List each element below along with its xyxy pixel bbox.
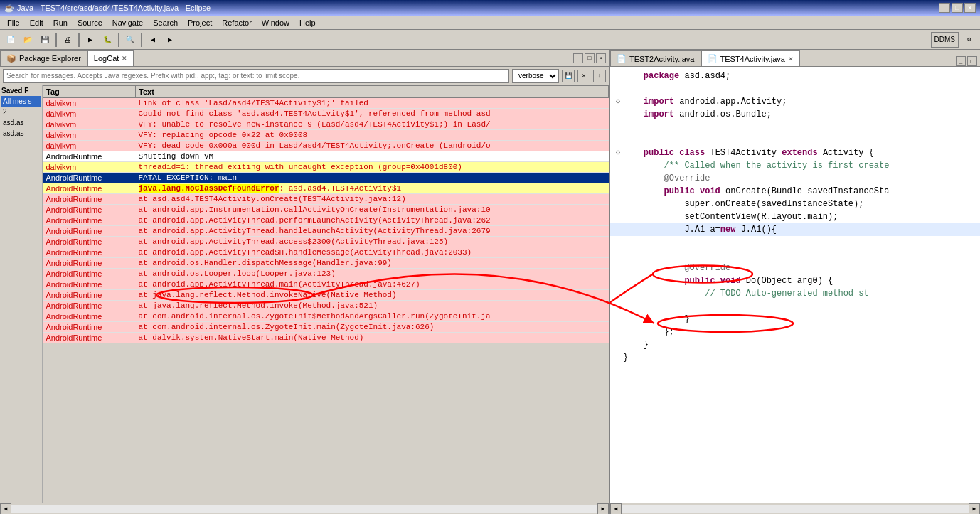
table-row[interactable]: AndroidRuntimejava.lang.NoClassDefFoundE…	[43, 183, 609, 194]
log-text: at android.app.ActivityThread.handleLaun…	[136, 226, 609, 237]
test4-tab-close-icon[interactable]: ✕	[788, 55, 794, 63]
log-tag: AndroidRuntime	[43, 194, 136, 205]
table-row[interactable]: AndroidRuntimeat android.os.Handler.disp…	[43, 258, 609, 269]
editor-scroll-left-btn[interactable]: ◀	[610, 503, 622, 515]
line-marker-12	[613, 210, 623, 223]
filter-asd1[interactable]: asd.as	[1, 117, 41, 128]
logcat-save-btn[interactable]: 💾	[562, 70, 575, 82]
line-marker-6	[613, 134, 623, 146]
table-row[interactable]: AndroidRuntimeat java.lang.reflect.Metho…	[43, 301, 609, 311]
table-row[interactable]: AndroidRuntimeat android.app.Instrumenta…	[43, 205, 609, 215]
code-editor[interactable]: package asd.asd4; ◇ import android.app.A…	[610, 67, 980, 503]
table-row[interactable]: AndroidRuntimeat dalvik.system.NativeSta…	[43, 333, 609, 343]
logcat-scroll-btn[interactable]: ↓	[593, 70, 606, 82]
logcat-verbose-select[interactable]: verbose debug info warn error	[512, 69, 559, 83]
toolbar-debug[interactable]: 🐛	[100, 32, 115, 48]
table-row[interactable]: AndroidRuntimeat android.app.ActivityThr…	[43, 226, 609, 237]
log-text: at android.app.ActivityThread.main(Activ…	[136, 279, 609, 290]
toolbar-save[interactable]: 💾	[37, 32, 53, 48]
table-row[interactable]: dalvikvmthreadid=1: thread exiting with …	[43, 162, 609, 173]
editor-scroll-track[interactable]	[622, 505, 969, 513]
table-row[interactable]: AndroidRuntimeat android.app.ActivityThr…	[43, 247, 609, 258]
log-tag: AndroidRuntime	[43, 215, 136, 226]
log-text: Could not find class 'asd.asd4.TEST4Acti…	[136, 109, 609, 119]
log-tag: AndroidRuntime	[43, 290, 136, 301]
toolbar-ddms[interactable]: DDMS	[931, 32, 959, 48]
log-text: at android.app.ActivityThread.access$230…	[136, 237, 609, 247]
h-scroll-left-btn[interactable]: ◀	[0, 503, 11, 515]
tab-package-explorer[interactable]: 📦 Package Explorer	[0, 50, 87, 66]
toolbar-forward[interactable]: ▶	[162, 32, 178, 48]
table-row[interactable]: AndroidRuntimeat android.os.Looper.loop(…	[43, 269, 609, 279]
h-scroll-right-btn[interactable]: ▶	[597, 503, 609, 515]
left-close-btn[interactable]: ✕	[596, 53, 606, 63]
code-line-4: import android.os.Bundle;	[610, 108, 980, 121]
table-row[interactable]: AndroidRuntimeat asd.asd4.TEST4Activity.…	[43, 194, 609, 205]
filter-2[interactable]: 2	[1, 107, 41, 117]
toolbar-new[interactable]: 📄	[3, 32, 18, 48]
close-button[interactable]: ✕	[964, 3, 976, 13]
line-marker-15	[613, 249, 623, 262]
tab-test4-activity[interactable]: 📄 TEST4Activity.java ✕	[701, 50, 801, 66]
menu-navigate[interactable]: Navigate	[108, 17, 147, 28]
filter-all-messages[interactable]: All mes s	[1, 96, 41, 107]
logcat-search-input[interactable]	[3, 69, 509, 83]
line-marker-23	[613, 351, 623, 364]
title-controls[interactable]: _ □ ✕	[939, 3, 976, 13]
table-row[interactable]: dalvikvmVFY: dead code 0x000a-000d in La…	[43, 141, 609, 151]
table-row[interactable]: dalvikvmCould not find class 'asd.asd4.T…	[43, 109, 609, 119]
toolbar-run[interactable]: ▶	[82, 32, 98, 48]
table-row[interactable]: dalvikvmVFY: unable to resolve new-insta…	[43, 119, 609, 130]
toolbar-print[interactable]: 🖨	[60, 32, 75, 48]
left-minimize-btn[interactable]: _	[573, 53, 583, 63]
menu-run[interactable]: Run	[49, 17, 72, 28]
menu-source[interactable]: Source	[73, 17, 107, 28]
right-maximize-btn[interactable]: □	[967, 56, 977, 66]
table-row[interactable]: AndroidRuntimeShutting down VM	[43, 151, 609, 162]
menu-edit[interactable]: Edit	[26, 17, 48, 28]
table-row[interactable]: AndroidRuntimeat com.android.internal.os…	[43, 311, 609, 322]
java-file-icon-2: 📄	[708, 54, 718, 63]
tab-test2-activity[interactable]: 📄 TEST2Activity.java	[610, 50, 701, 66]
code-line-11: super.onCreate(savedInstanceState);	[610, 198, 980, 210]
log-tag: AndroidRuntime	[43, 279, 136, 290]
table-row[interactable]: dalvikvmLink of class 'Lasd/asd4/TEST4Ac…	[43, 98, 609, 109]
menu-refactor[interactable]: Refactor	[218, 17, 256, 28]
left-maximize-btn[interactable]: □	[585, 53, 595, 63]
menu-help[interactable]: Help	[295, 17, 320, 28]
log-text: FATAL EXCEPTION: main	[136, 173, 609, 183]
toolbar-back[interactable]: ◀	[145, 32, 161, 48]
toolbar-open[interactable]: 📂	[20, 32, 36, 48]
log-text: at com.android.internal.os.ZygoteInit.ma…	[136, 322, 609, 333]
line-marker-21	[613, 326, 623, 338]
maximize-button[interactable]: □	[952, 3, 963, 13]
menu-window[interactable]: Window	[257, 17, 294, 28]
minimize-button[interactable]: _	[939, 3, 950, 13]
logcat-close-icon[interactable]: ✕	[122, 55, 127, 62]
log-text: VFY: dead code 0x000a-000d in Lasd/asd4/…	[136, 141, 609, 151]
table-row[interactable]: AndroidRuntimeat com.android.internal.os…	[43, 322, 609, 333]
menu-search[interactable]: Search	[149, 17, 182, 28]
log-tag: AndroidRuntime	[43, 269, 136, 279]
toolbar-extra[interactable]: ⚙	[962, 32, 977, 48]
line-marker-19	[613, 300, 623, 313]
table-row[interactable]: dalvikvmVFY: replacing opcode 0x22 at 0x…	[43, 130, 609, 141]
table-row[interactable]: AndroidRuntimeat android.app.ActivityThr…	[43, 237, 609, 247]
editor-scroll-right-btn[interactable]: ▶	[969, 503, 980, 515]
filter-asd2[interactable]: asd.as	[1, 128, 41, 139]
tab-logcat[interactable]: LogCat ✕	[87, 50, 134, 66]
table-row[interactable]: AndroidRuntimeFATAL EXCEPTION: main	[43, 173, 609, 183]
line-marker-5	[613, 121, 623, 134]
table-row[interactable]: AndroidRuntimeat android.app.ActivityThr…	[43, 215, 609, 226]
menu-project[interactable]: Project	[183, 17, 216, 28]
col-tag: Tag	[43, 86, 136, 98]
h-scroll-track[interactable]	[11, 505, 597, 513]
app-icon: ☕	[4, 4, 14, 13]
log-text: Link of class 'Lasd/asd4/TEST4Activity$1…	[136, 98, 609, 109]
menu-file[interactable]: File	[3, 17, 24, 28]
toolbar-search[interactable]: 🔍	[122, 32, 138, 48]
table-row[interactable]: AndroidRuntimeat java.lang.reflect.Metho…	[43, 290, 609, 301]
right-minimize-btn[interactable]: _	[956, 56, 966, 66]
logcat-clear-btn[interactable]: ✕	[577, 70, 590, 82]
table-row[interactable]: AndroidRuntimeat android.app.ActivityThr…	[43, 279, 609, 290]
